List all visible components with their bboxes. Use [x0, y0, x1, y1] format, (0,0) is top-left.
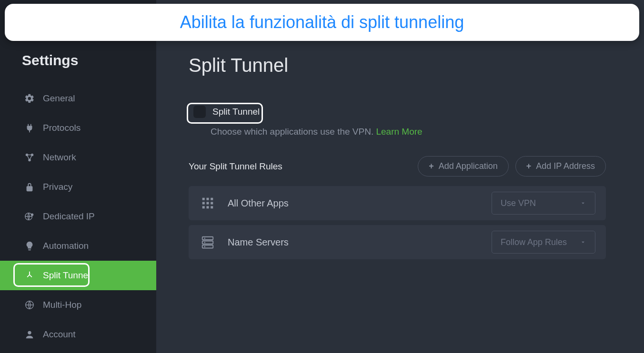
bulb-icon — [24, 240, 35, 252]
svg-rect-12 — [211, 202, 213, 205]
svg-point-19 — [204, 238, 206, 239]
rules-buttons: + Add Application + Add IP Address — [418, 156, 606, 176]
globe-pin-icon — [24, 211, 35, 222]
main-content: Split Tunnel Split Tunnel Choose which a… — [156, 0, 644, 353]
rule-label: Name Servers — [228, 237, 492, 248]
svg-rect-16 — [202, 237, 213, 240]
rule-select-value: Follow App Rules — [501, 237, 567, 247]
help-row: Choose which applications use the VPN. L… — [211, 127, 606, 137]
sidebar-list: General Protocols Network Privacy — [0, 84, 156, 349]
svg-point-20 — [204, 242, 206, 243]
help-text: Choose which applications use the VPN. — [211, 127, 376, 137]
sidebar-item-label: Multi-Hop — [43, 300, 81, 310]
network-icon — [24, 152, 35, 163]
sidebar-item-label: Account — [43, 329, 76, 340]
rule-row-all-other-apps: All Other Apps Use VPN — [189, 186, 606, 220]
chevron-down-icon — [580, 200, 586, 206]
split-icon — [24, 270, 35, 281]
split-tunnel-toggle-row: Split Tunnel — [189, 106, 260, 118]
rule-row-name-servers: Name Servers Follow App Rules — [189, 225, 606, 259]
sidebar-item-label: Dedicated IP — [43, 211, 95, 222]
sidebar-item-label: Split Tunnel — [43, 270, 90, 281]
svg-rect-8 — [207, 198, 209, 200]
svg-rect-17 — [202, 241, 213, 244]
svg-point-6 — [28, 331, 31, 334]
plus-icon: + — [526, 161, 532, 171]
sidebar-item-automation[interactable]: Automation — [0, 231, 156, 261]
svg-rect-9 — [211, 198, 213, 200]
sidebar-item-label: General — [43, 93, 75, 104]
chevron-down-icon — [580, 239, 586, 245]
rule-select-value: Use VPN — [501, 198, 536, 208]
svg-rect-13 — [202, 206, 205, 208]
plus-icon: + — [429, 161, 434, 171]
banner-text: Abilita la funzionalità di split tunneli… — [180, 12, 464, 32]
svg-point-21 — [204, 246, 206, 247]
svg-rect-18 — [202, 245, 213, 248]
sidebar-item-split-tunnel[interactable]: Split Tunnel — [0, 261, 156, 290]
svg-rect-15 — [211, 206, 213, 208]
lock-icon — [24, 181, 35, 193]
svg-point-4 — [31, 214, 34, 216]
sidebar-item-dedicated-ip[interactable]: Dedicated IP — [0, 202, 156, 231]
servers-icon — [199, 234, 216, 251]
sidebar-item-label: Privacy — [43, 182, 72, 192]
person-icon — [24, 329, 35, 340]
rules-header: Your Split Tunnel Rules + Add Applicatio… — [189, 156, 606, 176]
sidebar-item-privacy[interactable]: Privacy — [0, 172, 156, 202]
page-title: Split Tunnel — [189, 55, 606, 76]
rule-select-name-servers[interactable]: Follow App Rules — [492, 231, 595, 254]
sidebar-item-label: Protocols — [43, 123, 80, 133]
app-window: Settings General Protocols Network — [0, 0, 644, 353]
add-application-label: Add Application — [439, 161, 498, 171]
sidebar-title: Settings — [0, 52, 156, 84]
sidebar-item-label: Automation — [43, 241, 89, 251]
sidebar-item-label: Network — [43, 152, 76, 163]
add-ip-address-button[interactable]: + Add IP Address — [515, 156, 606, 176]
svg-rect-7 — [202, 198, 205, 200]
sidebar-item-general[interactable]: General — [0, 84, 156, 113]
grid-icon — [199, 195, 216, 212]
svg-rect-10 — [202, 202, 205, 205]
svg-rect-14 — [207, 206, 209, 208]
plug-icon — [24, 122, 35, 134]
add-application-button[interactable]: + Add Application — [418, 156, 509, 176]
gear-icon — [24, 93, 35, 104]
globe-icon — [24, 299, 35, 311]
split-tunnel-toggle-label: Split Tunnel — [212, 107, 260, 117]
sidebar-item-multi-hop[interactable]: Multi-Hop — [0, 290, 156, 320]
learn-more-link[interactable]: Learn More — [376, 127, 422, 137]
split-tunnel-toggle[interactable] — [193, 106, 206, 118]
rules-title: Your Split Tunnel Rules — [189, 161, 282, 172]
svg-rect-11 — [207, 202, 209, 205]
sidebar-item-account[interactable]: Account — [0, 320, 156, 349]
sidebar-item-protocols[interactable]: Protocols — [0, 113, 156, 143]
svg-point-2 — [28, 159, 31, 162]
rule-select-all-other-apps[interactable]: Use VPN — [492, 192, 595, 215]
instruction-banner: Abilita la funzionalità di split tunneli… — [5, 4, 639, 41]
sidebar: Settings General Protocols Network — [0, 0, 156, 353]
add-ip-address-label: Add IP Address — [536, 161, 595, 171]
rule-label: All Other Apps — [228, 198, 492, 209]
sidebar-item-network[interactable]: Network — [0, 143, 156, 172]
